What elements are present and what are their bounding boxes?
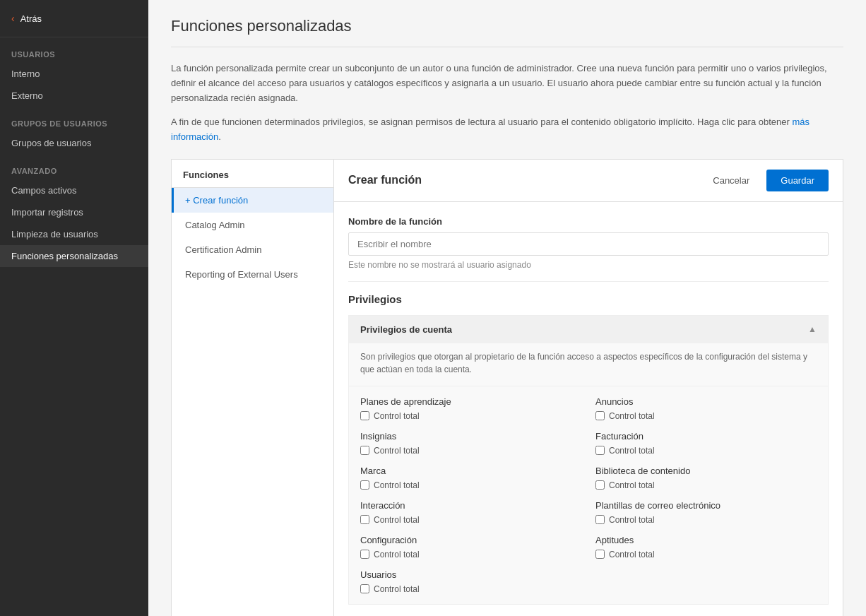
create-function-panel: Crear función Cancelar Guardar Nombre de… <box>333 159 843 616</box>
account-privileges-header[interactable]: Privilegios de cuenta ▲ <box>349 316 828 343</box>
privilege-item-configuracion: Configuración Control total <box>360 535 581 559</box>
function-item-certification[interactable]: Certification Admin <box>172 237 333 262</box>
description-paragraph-2: A fin de que funcionen determinados priv… <box>171 115 843 145</box>
account-privileges-title: Privilegios de cuenta <box>360 324 452 335</box>
privilege-name-facturacion: Facturación <box>595 431 817 442</box>
content-layout: Funciones + Crear función Catalog Admin … <box>171 159 843 616</box>
sidebar-section-usuarios: USUARIOS Interno Externo <box>0 37 148 107</box>
sidebar-item-limpieza[interactable]: Limpieza de usuarios <box>0 223 148 245</box>
cancel-button[interactable]: Cancelar <box>704 171 758 190</box>
privilege-name-aptitudes: Aptitudes <box>595 535 817 545</box>
checkbox-label-planes: Control total <box>374 411 420 421</box>
privilege-item-aptitudes: Aptitudes Control total <box>595 535 817 559</box>
privilege-name-biblioteca: Biblioteca de contenido <box>595 466 817 476</box>
privilege-checkbox-row-interaccion: Control total <box>360 515 581 525</box>
checkbox-label-interaccion: Control total <box>374 515 420 525</box>
sidebar: ‹ Atrás USUARIOS Interno Externo GRUPOS … <box>0 0 148 616</box>
function-item-crear[interactable]: + Crear función <box>172 188 333 213</box>
sidebar-item-grupos[interactable]: Grupos de usuarios <box>0 132 148 154</box>
checkbox-anuncios[interactable] <box>595 411 605 420</box>
sidebar-item-externo[interactable]: Externo <box>0 85 148 107</box>
sidebar-item-funciones[interactable]: Funciones personalizadas <box>0 245 148 267</box>
back-label: Atrás <box>20 13 42 24</box>
privilege-name-usuarios: Usuarios <box>360 569 581 580</box>
privileges-title: Privilegios <box>348 293 829 305</box>
privilege-name-insignias: Insignias <box>360 431 581 442</box>
privilege-checkbox-row-plantillas: Control total <box>595 515 817 525</box>
checkbox-planes[interactable] <box>360 411 369 420</box>
functions-panel: Funciones + Crear función Catalog Admin … <box>171 159 333 616</box>
privilege-item-planes: Planes de aprendizaje Control total <box>360 396 581 421</box>
privilege-checkbox-row-usuarios: Control total <box>360 584 581 594</box>
collapse-icon: ▲ <box>808 324 817 334</box>
section-label-usuarios: USUARIOS <box>0 37 148 63</box>
privilege-item-usuarios: Usuarios Control total <box>360 569 581 594</box>
privilege-checkbox-row-biblioteca: Control total <box>595 480 817 490</box>
privilege-name-configuracion: Configuración <box>360 535 581 545</box>
description-2-post: . <box>218 131 221 142</box>
description-paragraph-1: La función personalizada permite crear u… <box>171 61 843 105</box>
privilege-checkbox-row-configuracion: Control total <box>360 550 581 559</box>
checkbox-label-anuncios: Control total <box>609 411 655 421</box>
checkbox-label-marca: Control total <box>374 480 420 490</box>
checkbox-usuarios[interactable] <box>360 584 369 593</box>
sidebar-item-campos[interactable]: Campos activos <box>0 179 148 201</box>
section-label-grupos: GRUPOS DE USUARIOS <box>0 107 148 132</box>
checkbox-label-aptitudes: Control total <box>609 550 655 559</box>
checkbox-biblioteca[interactable] <box>595 480 605 490</box>
back-arrow-icon: ‹ <box>11 13 15 24</box>
save-button[interactable]: Guardar <box>766 170 829 191</box>
checkbox-aptitudes[interactable] <box>595 550 605 559</box>
checkbox-label-facturacion: Control total <box>609 446 655 456</box>
privilege-item-plantillas: Plantillas de correo electrónico Control… <box>595 500 817 525</box>
checkbox-plantillas[interactable] <box>595 515 605 524</box>
section-label-avanzado: AVANZADO <box>0 154 148 179</box>
privilege-item-biblioteca: Biblioteca de contenido Control total <box>595 466 817 490</box>
checkbox-insignias[interactable] <box>360 446 369 455</box>
checkbox-label-insignias: Control total <box>374 446 420 456</box>
function-item-catalog[interactable]: Catalog Admin <box>172 213 333 237</box>
privilege-checkbox-row-planes: Control total <box>360 411 581 421</box>
sidebar-item-importar[interactable]: Importar registros <box>0 201 148 223</box>
checkbox-label-biblioteca: Control total <box>609 480 655 490</box>
name-field-label: Nombre de la función <box>348 216 829 227</box>
checkbox-facturacion[interactable] <box>595 446 605 455</box>
create-function-body: Nombre de la función Este nombre no se m… <box>334 202 843 616</box>
functions-panel-header: Funciones <box>172 160 333 188</box>
privilege-item-interaccion: Interacción Control total <box>360 500 581 525</box>
privilege-name-marca: Marca <box>360 466 581 476</box>
privilege-name-plantillas: Plantillas de correo electrónico <box>595 500 817 511</box>
sidebar-item-interno[interactable]: Interno <box>0 63 148 85</box>
privilege-item-insignias: Insignias Control total <box>360 431 581 456</box>
sidebar-section-grupos: GRUPOS DE USUARIOS Grupos de usuarios <box>0 107 148 154</box>
privilege-grid: Planes de aprendizaje Control total Anun… <box>349 386 828 604</box>
checkbox-label-plantillas: Control total <box>609 515 655 525</box>
description-2-pre: A fin de que funcionen determinados priv… <box>171 117 792 127</box>
function-name-input[interactable] <box>348 232 829 256</box>
create-function-title: Crear función <box>348 174 422 186</box>
section-divider <box>348 281 829 282</box>
checkbox-marca[interactable] <box>360 480 369 490</box>
account-privileges-group: Privilegios de cuenta ▲ Son privilegios … <box>348 315 829 605</box>
back-button[interactable]: ‹ Atrás <box>0 0 148 37</box>
function-item-reporting[interactable]: Reporting of External Users <box>172 262 333 287</box>
checkbox-label-usuarios: Control total <box>374 584 420 594</box>
privilege-item-facturacion: Facturación Control total <box>595 431 817 456</box>
checkbox-interaccion[interactable] <box>360 515 369 524</box>
checkbox-label-configuracion: Control total <box>374 550 420 559</box>
privilege-checkbox-row-insignias: Control total <box>360 446 581 456</box>
privilege-name-anuncios: Anuncios <box>595 396 817 407</box>
sidebar-section-avanzado: AVANZADO Campos activos Importar registr… <box>0 154 148 267</box>
privilege-checkbox-row-marca: Control total <box>360 480 581 490</box>
create-function-header: Crear función Cancelar Guardar <box>334 160 843 202</box>
privilege-item-anuncios: Anuncios Control total <box>595 396 817 421</box>
checkbox-configuracion[interactable] <box>360 550 369 559</box>
privilege-checkbox-row-aptitudes: Control total <box>595 550 817 559</box>
privilege-checkbox-row-anuncios: Control total <box>595 411 817 421</box>
privilege-checkbox-row-facturacion: Control total <box>595 446 817 456</box>
title-divider <box>171 47 843 47</box>
main-content: Funciones personalizadas La función pers… <box>148 0 866 616</box>
header-actions: Cancelar Guardar <box>704 170 829 191</box>
account-privileges-description: Son privilegios que otorgan al propietar… <box>349 343 828 386</box>
privilege-name-planes: Planes de aprendizaje <box>360 396 581 407</box>
